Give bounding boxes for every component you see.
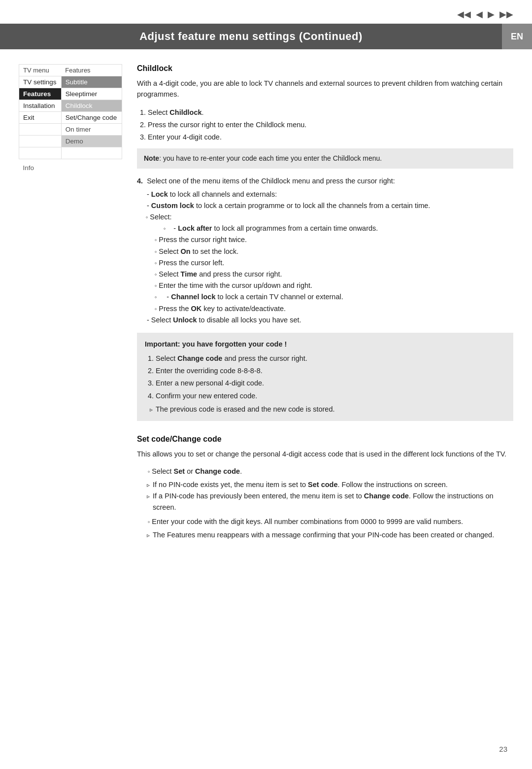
arrow-icon: ▹ — [147, 531, 150, 540]
channel-lock-item: - Channel lock to lock a certain TV chan… — [155, 291, 513, 303]
menu-col2: Sleeptimer — [61, 88, 122, 100]
set-code-intro: This allows you to set or change the per… — [137, 449, 513, 459]
menu-col1: Exit — [19, 112, 62, 124]
enter-code-item: Enter your code with the digit keys. All… — [148, 516, 513, 527]
set-or-change-item: Select Set or Change code. — [148, 466, 513, 477]
menu-header-row: TV menu Features — [19, 65, 122, 76]
arrow-icon: ▹ — [147, 481, 150, 490]
no-pin-text: If no PIN-code exists yet, the menu item… — [153, 479, 448, 490]
menu-row[interactable]: Installation Childlock — [19, 100, 122, 112]
set-code-section: Set code/Change code This allows you to … — [137, 435, 513, 541]
childlock-heading: Childlock — [137, 64, 513, 73]
important-step-2: Enter the overriding code 8-8-8-8. — [156, 365, 505, 377]
select-subitems: - Lock after to lock all programmes from… — [155, 223, 513, 234]
important-arrow-text: The previous code is erased and the new … — [156, 404, 335, 415]
select-label: Select: — [146, 211, 513, 223]
menu-col2-demo: Demo — [61, 136, 122, 147]
set-code-sub-items-1: ▹ If no PIN-code exists yet, the menu it… — [147, 479, 513, 514]
nav-icons: ◀◀ ◀ ▶ ▶▶ — [457, 9, 513, 20]
important-arrow-item: ▹ The previous code is erased and the ne… — [150, 404, 505, 415]
page-title: Adjust feature menu settings (Continued) — [0, 30, 502, 43]
lock-after-item: - Lock after to lock all programmes from… — [155, 223, 513, 234]
step-2: Press the cursor right to enter the Chil… — [148, 119, 513, 131]
important-step-4: Confirm your new entered code. — [156, 390, 505, 402]
menu-row[interactable]: Demo — [19, 136, 122, 147]
important-box: Important: you have forgotten your code … — [137, 333, 513, 421]
col2-header: Features — [61, 65, 122, 76]
menu-info-row: Info — [19, 159, 122, 174]
no-pin-item: ▹ If no PIN-code exists yet, the menu it… — [147, 479, 513, 490]
note-label: Note: you have to re-enter your code eac… — [144, 154, 382, 162]
set-code-items: Select Set or Change code. — [148, 466, 513, 477]
unlock: Select Unlock to disable all locks you h… — [147, 315, 513, 326]
has-pin-item: ▹ If a PIN-code has previously been ente… — [147, 490, 513, 513]
step4-intro: 4. Select one of the menu items of the C… — [137, 175, 513, 186]
ok-key: Press the OK key to activate/deactivate. — [155, 303, 513, 315]
col1-header: TV menu — [19, 65, 62, 76]
set-code-heading: Set code/Change code — [137, 435, 513, 444]
arrow-icon: ▹ — [147, 492, 150, 501]
menu-col2: Childlock — [61, 100, 122, 112]
childlock-steps: Select Childlock. Press the cursor right… — [148, 107, 513, 143]
menu-row[interactable]: Exit Set/Change code — [19, 112, 122, 124]
prev-icon[interactable]: ◀ — [476, 9, 483, 20]
menu-col2: Subtitle — [61, 76, 122, 88]
important-title: Important: you have forgotten your code … — [145, 339, 505, 350]
important-steps: Select Change code and press the cursor … — [156, 353, 505, 402]
skip-back-icon[interactable]: ◀◀ — [457, 9, 471, 20]
select-time: Select Time and press the cursor right. — [155, 269, 513, 280]
menu-col1: Installation — [19, 100, 62, 112]
enter-time: Enter the time with the cursor up/down a… — [155, 280, 513, 291]
skip-forward-icon[interactable]: ▶▶ — [499, 9, 513, 20]
menu-col1: TV settings — [19, 76, 62, 88]
ok-key-item: Press the OK key to activate/deactivate. — [155, 303, 513, 315]
main-content: TV menu Features TV settings Subtitle Fe… — [0, 49, 532, 551]
menu-col2-ontimer: On timer — [61, 124, 122, 136]
step-3: Enter your 4-digit code. — [148, 132, 513, 143]
title-bar: Adjust feature menu settings (Continued)… — [0, 24, 532, 49]
select-item: Select: — [146, 211, 513, 223]
childlock-section: Childlock With a 4-digit code, you are a… — [137, 64, 513, 421]
important-step-1: Select Change code and press the cursor … — [156, 353, 505, 364]
step1-bold: Childlock — [169, 108, 201, 116]
features-reappear-text: The Features menu reappears with a messa… — [153, 529, 494, 541]
en-badge: EN — [502, 24, 532, 49]
childlock-intro: With a 4-digit code, you are able to loc… — [137, 78, 513, 100]
channel-lock-items: - Channel lock to lock a certain TV chan… — [155, 291, 513, 303]
content-panel: Childlock With a 4-digit code, you are a… — [137, 64, 513, 541]
arrow-icon: ▹ — [150, 405, 153, 415]
unlock-item: Select Unlock to disable all locks you h… — [147, 315, 513, 326]
has-pin-text: If a PIN-code has previously been entere… — [153, 490, 513, 513]
menu-row[interactable]: TV settings Subtitle — [19, 76, 122, 88]
enter-code-items: Enter your code with the digit keys. All… — [148, 516, 513, 527]
features-reappear-item: ▹ The Features menu reappears with a mes… — [147, 529, 513, 541]
important-step-3: Enter a new personal 4-digit code. — [156, 378, 505, 389]
menu-col1 — [19, 124, 62, 136]
set-code-sub-items-2: ▹ The Features menu reappears with a mes… — [147, 529, 513, 541]
menu-row[interactable]: On timer — [19, 124, 122, 136]
menu-row-empty — [19, 147, 122, 159]
lock-item-2: Custom lock to lock a certain programme … — [147, 200, 513, 211]
lock-item-1: Lock to lock all channels and externals: — [147, 189, 513, 200]
menu-row[interactable]: Features Sleeptimer — [19, 88, 122, 100]
menu-col2: Set/Change code — [61, 112, 122, 124]
note-box: Note: you have to re-enter your code eac… — [137, 148, 513, 169]
next-icon[interactable]: ▶ — [488, 9, 495, 20]
menu-info-label: Info — [19, 159, 122, 174]
menu-col1 — [19, 136, 62, 147]
tv-menu-panel: TV menu Features TV settings Subtitle Fe… — [19, 64, 122, 541]
cursor-left: Press the cursor left. — [155, 257, 513, 269]
menu-col1: Features — [19, 88, 62, 100]
page-number: 23 — [499, 745, 507, 753]
lock-after-subitems: Press the cursor right twice. Select On … — [155, 234, 513, 291]
cursor-right-twice: Press the cursor right twice. — [155, 234, 513, 245]
lock-items: Lock to lock all channels and externals:… — [147, 189, 513, 211]
select-on: Select On to set the lock. — [155, 246, 513, 257]
menu-table: TV menu Features TV settings Subtitle Fe… — [19, 64, 122, 174]
header: ◀◀ ◀ ▶ ▶▶ — [0, 0, 532, 24]
step-1: Select Childlock. — [148, 107, 513, 118]
